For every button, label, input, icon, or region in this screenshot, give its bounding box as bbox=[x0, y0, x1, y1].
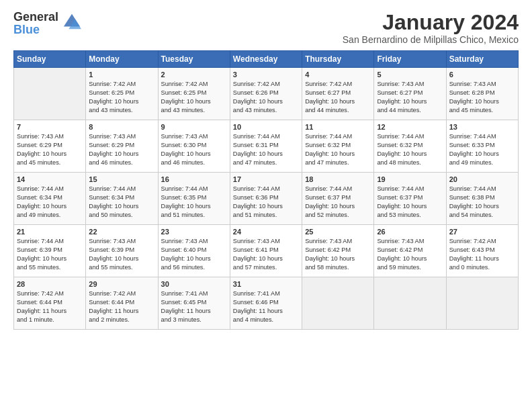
cell-w3-d2: 15Sunrise: 7:44 AM Sunset: 6:34 PM Dayli… bbox=[86, 173, 158, 225]
day-number: 27 bbox=[449, 228, 515, 236]
cell-w3-d3: 16Sunrise: 7:44 AM Sunset: 6:35 PM Dayli… bbox=[158, 173, 230, 225]
cell-w3-d5: 18Sunrise: 7:44 AM Sunset: 6:37 PM Dayli… bbox=[302, 173, 374, 225]
day-info: Sunrise: 7:43 AM Sunset: 6:28 PM Dayligh… bbox=[449, 80, 515, 115]
calendar-table: Sunday Monday Tuesday Wednesday Thursday… bbox=[13, 50, 519, 330]
day-number: 9 bbox=[161, 123, 227, 131]
day-number: 12 bbox=[377, 123, 443, 131]
week-row-5: 28Sunrise: 7:42 AM Sunset: 6:44 PM Dayli… bbox=[14, 277, 519, 330]
day-number: 22 bbox=[89, 228, 154, 236]
day-info: Sunrise: 7:44 AM Sunset: 6:37 PM Dayligh… bbox=[377, 185, 443, 220]
cell-w5-d2: 29Sunrise: 7:42 AM Sunset: 6:44 PM Dayli… bbox=[86, 277, 158, 330]
day-number: 24 bbox=[233, 228, 299, 236]
calendar-page: General Blue January 2024 San Bernardino… bbox=[0, 0, 532, 340]
day-number: 17 bbox=[233, 175, 299, 183]
cell-w3-d7: 20Sunrise: 7:44 AM Sunset: 6:38 PM Dayli… bbox=[446, 173, 518, 225]
day-number: 10 bbox=[233, 123, 299, 131]
day-number: 5 bbox=[377, 71, 443, 79]
day-info: Sunrise: 7:42 AM Sunset: 6:25 PM Dayligh… bbox=[161, 80, 227, 115]
day-number: 14 bbox=[17, 175, 83, 183]
cell-w1-d4: 3Sunrise: 7:42 AM Sunset: 6:26 PM Daylig… bbox=[230, 68, 302, 120]
cell-w5-d4: 31Sunrise: 7:41 AM Sunset: 6:46 PM Dayli… bbox=[230, 277, 302, 330]
day-number: 25 bbox=[305, 228, 371, 236]
week-row-4: 21Sunrise: 7:44 AM Sunset: 6:39 PM Dayli… bbox=[14, 225, 519, 277]
day-number: 31 bbox=[233, 280, 299, 288]
day-number: 7 bbox=[17, 123, 83, 131]
col-thursday: Thursday bbox=[302, 51, 374, 68]
week-row-2: 7Sunrise: 7:43 AM Sunset: 6:29 PM Daylig… bbox=[14, 120, 519, 173]
cell-w2-d2: 8Sunrise: 7:43 AM Sunset: 6:29 PM Daylig… bbox=[86, 120, 158, 173]
calendar-header-row: Sunday Monday Tuesday Wednesday Thursday… bbox=[14, 51, 519, 68]
cell-w4-d2: 22Sunrise: 7:43 AM Sunset: 6:39 PM Dayli… bbox=[86, 225, 158, 277]
cell-w5-d5 bbox=[302, 277, 374, 330]
day-info: Sunrise: 7:42 AM Sunset: 6:44 PM Dayligh… bbox=[17, 289, 83, 324]
cell-w1-d2: 1Sunrise: 7:42 AM Sunset: 6:25 PM Daylig… bbox=[86, 68, 158, 120]
day-info: Sunrise: 7:42 AM Sunset: 6:44 PM Dayligh… bbox=[89, 289, 154, 324]
col-sunday: Sunday bbox=[14, 51, 86, 68]
day-number: 6 bbox=[449, 71, 515, 79]
cell-w1-d3: 2Sunrise: 7:42 AM Sunset: 6:25 PM Daylig… bbox=[158, 68, 230, 120]
cell-w4-d7: 27Sunrise: 7:42 AM Sunset: 6:43 PM Dayli… bbox=[446, 225, 518, 277]
cell-w2-d1: 7Sunrise: 7:43 AM Sunset: 6:29 PM Daylig… bbox=[14, 120, 86, 173]
cell-w4-d4: 24Sunrise: 7:43 AM Sunset: 6:41 PM Dayli… bbox=[230, 225, 302, 277]
day-info: Sunrise: 7:43 AM Sunset: 6:39 PM Dayligh… bbox=[89, 237, 154, 272]
logo-text: General Blue bbox=[13, 11, 58, 36]
day-number: 19 bbox=[377, 175, 443, 183]
cell-w4-d6: 26Sunrise: 7:43 AM Sunset: 6:42 PM Dayli… bbox=[374, 225, 446, 277]
day-info: Sunrise: 7:44 AM Sunset: 6:38 PM Dayligh… bbox=[449, 185, 515, 220]
cell-w4-d3: 23Sunrise: 7:43 AM Sunset: 6:40 PM Dayli… bbox=[158, 225, 230, 277]
day-info: Sunrise: 7:42 AM Sunset: 6:26 PM Dayligh… bbox=[233, 80, 299, 115]
day-info: Sunrise: 7:44 AM Sunset: 6:32 PM Dayligh… bbox=[305, 132, 371, 167]
title-block: January 2024 San Bernardino de Milpillas… bbox=[343, 11, 519, 45]
day-info: Sunrise: 7:43 AM Sunset: 6:41 PM Dayligh… bbox=[233, 237, 299, 272]
day-number: 1 bbox=[89, 71, 154, 79]
day-info: Sunrise: 7:44 AM Sunset: 6:35 PM Dayligh… bbox=[161, 185, 227, 220]
cell-w4-d1: 21Sunrise: 7:44 AM Sunset: 6:39 PM Dayli… bbox=[14, 225, 86, 277]
logo: General Blue bbox=[13, 11, 81, 36]
col-monday: Monday bbox=[86, 51, 158, 68]
cell-w2-d5: 11Sunrise: 7:44 AM Sunset: 6:32 PM Dayli… bbox=[302, 120, 374, 173]
day-info: Sunrise: 7:44 AM Sunset: 6:33 PM Dayligh… bbox=[449, 132, 515, 167]
cell-w4-d5: 25Sunrise: 7:43 AM Sunset: 6:42 PM Dayli… bbox=[302, 225, 374, 277]
day-info: Sunrise: 7:44 AM Sunset: 6:31 PM Dayligh… bbox=[233, 132, 299, 167]
cell-w3-d6: 19Sunrise: 7:44 AM Sunset: 6:37 PM Dayli… bbox=[374, 173, 446, 225]
day-number: 13 bbox=[449, 123, 515, 131]
col-friday: Friday bbox=[374, 51, 446, 68]
day-number: 23 bbox=[161, 228, 227, 236]
month-year: January 2024 bbox=[343, 11, 519, 34]
location: San Bernardino de Milpillas Chico, Mexic… bbox=[343, 34, 519, 45]
logo-icon bbox=[62, 13, 81, 34]
day-number: 16 bbox=[161, 175, 227, 183]
day-info: Sunrise: 7:43 AM Sunset: 6:29 PM Dayligh… bbox=[89, 132, 154, 167]
header: General Blue January 2024 San Bernardino… bbox=[13, 11, 519, 45]
day-info: Sunrise: 7:42 AM Sunset: 6:25 PM Dayligh… bbox=[89, 80, 154, 115]
cell-w2-d4: 10Sunrise: 7:44 AM Sunset: 6:31 PM Dayli… bbox=[230, 120, 302, 173]
week-row-1: 1Sunrise: 7:42 AM Sunset: 6:25 PM Daylig… bbox=[14, 68, 519, 120]
cell-w2-d7: 13Sunrise: 7:44 AM Sunset: 6:33 PM Dayli… bbox=[446, 120, 518, 173]
day-number: 20 bbox=[449, 175, 515, 183]
cell-w5-d1: 28Sunrise: 7:42 AM Sunset: 6:44 PM Dayli… bbox=[14, 277, 86, 330]
col-wednesday: Wednesday bbox=[230, 51, 302, 68]
col-tuesday: Tuesday bbox=[158, 51, 230, 68]
cell-w1-d7: 6Sunrise: 7:43 AM Sunset: 6:28 PM Daylig… bbox=[446, 68, 518, 120]
week-row-3: 14Sunrise: 7:44 AM Sunset: 6:34 PM Dayli… bbox=[14, 173, 519, 225]
logo-blue: Blue bbox=[13, 23, 40, 36]
cell-w1-d1 bbox=[14, 68, 86, 120]
logo-general: General bbox=[13, 10, 58, 24]
day-info: Sunrise: 7:43 AM Sunset: 6:27 PM Dayligh… bbox=[377, 80, 443, 115]
day-number: 29 bbox=[89, 280, 154, 288]
day-number: 3 bbox=[233, 71, 299, 79]
day-info: Sunrise: 7:43 AM Sunset: 6:42 PM Dayligh… bbox=[377, 237, 443, 272]
cell-w5-d7 bbox=[446, 277, 518, 330]
day-info: Sunrise: 7:44 AM Sunset: 6:34 PM Dayligh… bbox=[17, 185, 83, 220]
cell-w1-d6: 5Sunrise: 7:43 AM Sunset: 6:27 PM Daylig… bbox=[374, 68, 446, 120]
day-info: Sunrise: 7:43 AM Sunset: 6:29 PM Dayligh… bbox=[17, 132, 83, 167]
day-number: 30 bbox=[161, 280, 227, 288]
cell-w5-d3: 30Sunrise: 7:41 AM Sunset: 6:45 PM Dayli… bbox=[158, 277, 230, 330]
day-info: Sunrise: 7:42 AM Sunset: 6:27 PM Dayligh… bbox=[305, 80, 371, 115]
day-number: 4 bbox=[305, 71, 371, 79]
day-number: 26 bbox=[377, 228, 443, 236]
day-info: Sunrise: 7:44 AM Sunset: 6:39 PM Dayligh… bbox=[17, 237, 83, 272]
day-info: Sunrise: 7:44 AM Sunset: 6:32 PM Dayligh… bbox=[377, 132, 443, 167]
day-info: Sunrise: 7:43 AM Sunset: 6:42 PM Dayligh… bbox=[305, 237, 371, 272]
day-info: Sunrise: 7:43 AM Sunset: 6:30 PM Dayligh… bbox=[161, 132, 227, 167]
